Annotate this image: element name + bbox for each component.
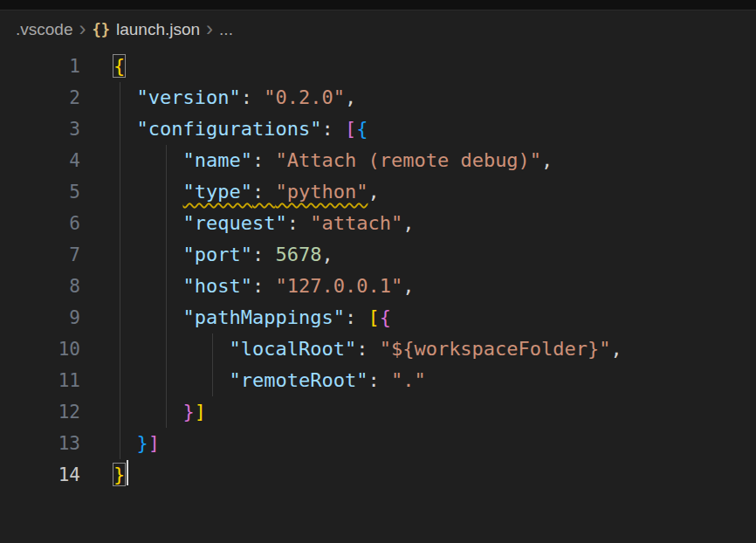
code-token: "pathMappings" (182, 306, 344, 328)
code-token (113, 275, 182, 297)
code-line[interactable]: 4 "name": "Attach (remote debug)", (0, 145, 756, 176)
text-cursor (127, 460, 128, 485)
code-token: , (368, 181, 379, 203)
code-text: "version": "0.2.0", (113, 82, 356, 113)
line-number[interactable]: 7 (0, 239, 80, 271)
code-text: "request": "attach", (113, 208, 414, 239)
code-line[interactable]: 6 "request": "attach", (0, 208, 756, 239)
code-line[interactable]: 1{ (0, 51, 756, 82)
code-line[interactable]: 10 "localRoot": "${workspaceFolder}", (0, 333, 756, 365)
code-token: [ (345, 118, 356, 140)
code-token: ] (148, 432, 160, 454)
code-text: } (113, 459, 128, 491)
line-number[interactable]: 11 (0, 365, 80, 396)
line-number[interactable]: 10 (0, 333, 80, 365)
code-token: "configurations" (137, 118, 322, 140)
code-token: "host" (182, 275, 251, 297)
code-token: , (402, 275, 414, 297)
code-token (113, 369, 229, 391)
code-text: "remoteRoot": "." (113, 365, 426, 396)
code-line[interactable]: 11 "remoteRoot": "." (0, 365, 756, 396)
code-token: 5678 (275, 244, 321, 265)
line-number[interactable]: 6 (0, 208, 80, 239)
code-token: "python" (275, 181, 368, 203)
breadcrumb-symbol[interactable]: ... (219, 20, 233, 39)
code-token (113, 212, 182, 234)
code-token: "version" (137, 86, 241, 108)
code-token: : (241, 86, 265, 108)
code-line[interactable]: 14} (0, 459, 756, 491)
line-number[interactable]: 5 (0, 176, 80, 208)
warning-squiggle: "type": "python" (182, 181, 368, 203)
bracket-match: } (113, 464, 125, 485)
code-token (113, 181, 182, 203)
code-text: "type": "python", (113, 176, 380, 208)
code-line[interactable]: 7 "port": 5678, (0, 239, 756, 271)
code-token (113, 306, 182, 328)
code-token: { (356, 118, 368, 140)
code-token: , (402, 212, 414, 234)
code-token: "port" (182, 244, 251, 265)
code-token: "type" (182, 181, 251, 203)
breadcrumb-folder[interactable]: .vscode (16, 20, 72, 39)
code-token: : (287, 212, 311, 234)
breadcrumb: .vscode › {} launch.json › ... (0, 10, 756, 49)
code-token: : (356, 338, 380, 360)
code-token: "attach" (310, 212, 402, 234)
code-line[interactable]: 12 }] (0, 396, 756, 428)
code-line[interactable]: 9 "pathMappings": [{ (0, 302, 756, 333)
code-token: "${workspaceFolder}" (380, 338, 611, 360)
code-token: "localRoot" (229, 338, 356, 360)
code-token: "127.0.0.1" (275, 275, 402, 297)
breadcrumb-file[interactable]: launch.json (116, 20, 200, 39)
code-text: "port": 5678, (113, 239, 333, 271)
code-line[interactable]: 8 "host": "127.0.0.1", (0, 271, 756, 302)
code-token (113, 338, 229, 360)
line-number[interactable]: 12 (0, 396, 80, 428)
line-number[interactable]: 1 (0, 51, 80, 82)
code-text: "pathMappings": [{ (113, 302, 391, 333)
code-token: "name" (182, 149, 251, 171)
code-token (113, 401, 182, 423)
line-number[interactable]: 3 (0, 113, 80, 145)
code-text: }] (113, 396, 206, 428)
line-number[interactable]: 8 (0, 271, 80, 302)
code-lines[interactable]: 1{2 "version": "0.2.0",3 "configurations… (0, 49, 756, 491)
code-token: "request" (182, 212, 286, 234)
code-token (113, 432, 137, 454)
code-token: [ (368, 306, 379, 328)
line-number[interactable]: 14 (0, 459, 80, 491)
code-token (113, 149, 182, 171)
chevron-right-icon: › (200, 18, 219, 42)
code-token: : (252, 275, 276, 297)
editor-tab-strip (0, 0, 756, 10)
code-line[interactable]: 2 "version": "0.2.0", (0, 82, 756, 113)
code-token: , (345, 86, 356, 108)
code-line[interactable]: 13 }] (0, 428, 756, 459)
code-text: }] (113, 428, 160, 459)
line-number[interactable]: 9 (0, 302, 80, 333)
code-token: : (368, 369, 391, 391)
chevron-right-icon: › (72, 18, 92, 42)
code-line[interactable]: 3 "configurations": [{ (0, 113, 756, 145)
code-token (113, 244, 182, 265)
json-file-icon: {} (92, 21, 109, 38)
code-token: : (345, 306, 368, 328)
code-token: "remoteRoot" (229, 369, 368, 391)
code-line[interactable]: 5 "type": "python", (0, 176, 756, 208)
line-number[interactable]: 2 (0, 82, 80, 113)
code-token: "0.2.0" (264, 86, 345, 108)
line-number[interactable]: 13 (0, 428, 80, 459)
code-token: } (137, 432, 148, 454)
code-token: } (182, 401, 194, 423)
code-token (113, 118, 137, 140)
code-token: , (541, 149, 553, 171)
code-editor[interactable]: 1{2 "version": "0.2.0",3 "configurations… (0, 49, 756, 491)
code-token: : (252, 244, 276, 265)
code-text: "host": "127.0.0.1", (113, 271, 414, 302)
code-token: "." (391, 369, 426, 391)
bracket-match: { (113, 55, 125, 77)
line-number[interactable]: 4 (0, 145, 80, 176)
code-text: "name": "Attach (remote debug)", (113, 145, 553, 176)
code-token: : (252, 181, 276, 203)
